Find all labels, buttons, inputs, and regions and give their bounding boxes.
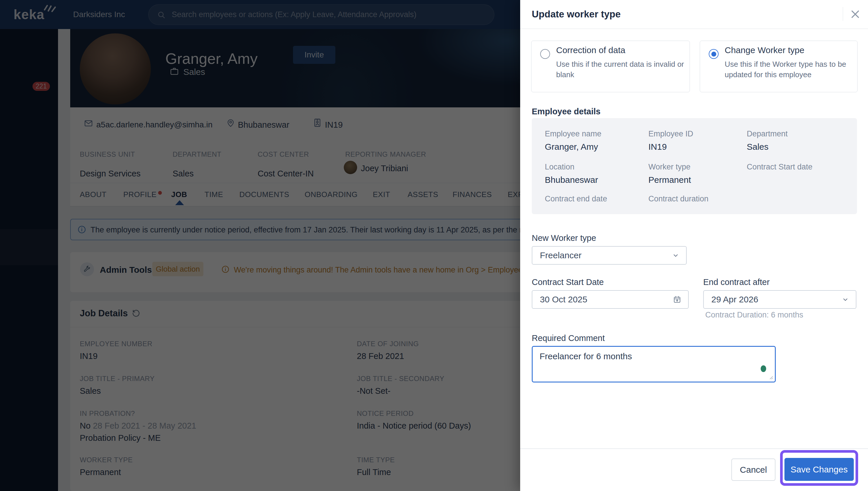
employee-details-heading: Employee details	[532, 107, 601, 116]
divider	[520, 28, 868, 29]
detail-value: Bhubaneswar	[545, 175, 598, 185]
detail-label: Contract end date	[545, 195, 607, 203]
radio-unselected-icon[interactable]	[540, 49, 550, 59]
required-comment-textarea[interactable]: Freelancer for 6 months	[532, 346, 776, 382]
divider	[843, 7, 843, 21]
detail-value: Granger, Amy	[545, 142, 598, 152]
detail-label: Worker type	[649, 163, 690, 172]
save-button-annotation-highlight	[780, 450, 858, 486]
detail-label: Employee name	[545, 129, 601, 138]
modal-backdrop[interactable]	[0, 0, 520, 491]
calendar-icon[interactable]	[672, 295, 682, 304]
contract-start-date-label: Contract Start Date	[532, 278, 604, 287]
grammar-check-dot	[761, 365, 766, 372]
end-contract-after-label: End contract after	[703, 278, 770, 287]
contract-start-date-input[interactable]: 30 Oct 2025	[532, 290, 689, 309]
new-worker-type-select[interactable]: Freelancer	[532, 246, 687, 265]
detail-value: IN19	[649, 142, 667, 152]
option-correction-of-data[interactable]: Correction of data Use this if the curre…	[531, 40, 690, 92]
detail-label: Employee ID	[649, 129, 693, 138]
detail-label: Department	[747, 129, 788, 138]
detail-label: Contract Start date	[747, 163, 813, 172]
detail-value: Sales	[747, 142, 769, 152]
modal-title: Update worker type	[532, 9, 621, 20]
divider	[520, 449, 868, 449]
cancel-button[interactable]: Cancel	[731, 459, 775, 481]
radio-selected-icon[interactable]	[709, 49, 719, 59]
resize-handle[interactable]	[767, 374, 774, 380]
detail-label: Location	[545, 163, 574, 172]
detail-value: Permanent	[649, 175, 691, 185]
chevron-down-icon	[671, 251, 680, 259]
chevron-down-icon	[841, 295, 849, 304]
update-worker-type-modal: Update worker type Correction of data Us…	[520, 0, 868, 491]
option-change-worker-type[interactable]: Change Worker type Use this if the Worke…	[700, 40, 858, 92]
close-icon[interactable]	[850, 9, 861, 20]
required-comment-label: Required Comment	[532, 334, 605, 343]
detail-label: Contract duration	[649, 195, 709, 203]
contract-duration-note: Contract Duration: 6 months	[705, 311, 803, 319]
new-worker-type-label: New Worker type	[532, 233, 596, 243]
end-contract-after-select[interactable]: 29 Apr 2026	[703, 290, 857, 309]
